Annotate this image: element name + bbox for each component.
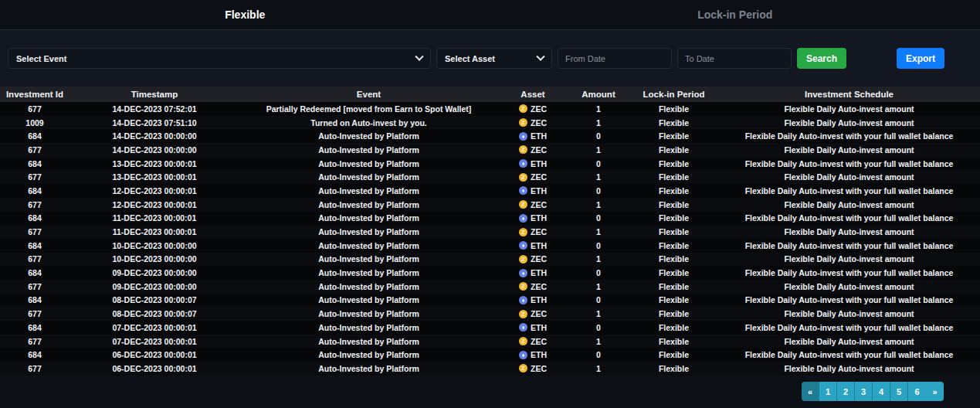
cell-lock-in-period: Flexible: [629, 159, 718, 168]
cell-lock-in-period: Flexible: [629, 227, 718, 236]
cell-amount: 1: [568, 337, 629, 346]
cell-amount: 0: [568, 213, 629, 223]
asset-symbol: ZEC: [531, 200, 547, 209]
cell-timestamp: 07-DEC-2023 00:00:01: [70, 323, 239, 332]
asset-symbol: ETH: [531, 295, 547, 304]
cell-investment-id: 684: [0, 323, 70, 332]
cell-amount: 1: [568, 200, 629, 209]
asset-coin-icon: Z: [519, 104, 527, 113]
pagination-page-button[interactable]: 1: [819, 382, 837, 401]
cell-lock-in-period: Flexible: [629, 309, 718, 318]
cell-lock-in-period: Flexible: [629, 118, 718, 128]
cell-asset: Z ZEC: [498, 145, 568, 155]
cell-investment-schedule: Flexible Daily Auto-invest with your ful…: [718, 295, 980, 304]
cell-timestamp: 07-DEC-2023 00:00:01: [70, 337, 239, 346]
cell-lock-in-period: Flexible: [629, 268, 718, 277]
cell-event: Auto-Invested by Platform: [239, 131, 498, 141]
cell-amount: 1: [568, 118, 629, 128]
from-date-input[interactable]: [558, 48, 672, 69]
cell-investment-id: 684: [0, 159, 70, 168]
col-event: Event: [239, 90, 498, 99]
cell-timestamp: 09-DEC-2023 00:00:00: [70, 282, 239, 291]
cell-amount: 1: [568, 254, 629, 264]
tab-flexible[interactable]: Flexible: [0, 0, 490, 29]
cell-investment-schedule: Flexible Daily Auto-invest with your ful…: [718, 268, 980, 277]
cell-timestamp: 13-DEC-2023 00:00:01: [70, 172, 239, 182]
col-timestamp: Timestamp: [70, 90, 239, 99]
cell-event: Auto-Invested by Platform: [239, 350, 498, 359]
asset-symbol: ETH: [531, 213, 547, 223]
tab-lock-in-period[interactable]: Lock-in Period: [490, 0, 980, 29]
to-date-input[interactable]: [677, 48, 792, 69]
cell-amount: 1: [568, 145, 629, 155]
table-row: 677 10-DEC-2023 00:00:00 Auto-Invested b…: [0, 253, 980, 267]
cell-event: Auto-Invested by Platform: [239, 309, 498, 318]
cell-asset: Z ZEC: [498, 118, 568, 128]
col-lock-in-period: Lock-in Period: [629, 90, 718, 99]
search-button[interactable]: Search: [797, 48, 846, 69]
cell-timestamp: 13-DEC-2023 00:00:01: [70, 159, 239, 168]
investments-table: Investment Id Timestamp Event Asset Amou…: [0, 87, 980, 376]
cell-lock-in-period: Flexible: [629, 104, 718, 114]
table-row: 684 08-DEC-2023 00:00:07 Auto-Invested b…: [0, 294, 980, 308]
cell-investment-id: 677: [0, 337, 70, 346]
asset-coin-icon: Z: [519, 255, 527, 264]
asset-symbol: ETH: [531, 241, 547, 250]
cell-asset: Z ZEC: [498, 282, 568, 291]
asset-coin-icon: Z: [519, 364, 527, 372]
pagination-page-button[interactable]: 3: [855, 382, 873, 401]
cell-investment-schedule: Flexible Daily Auto-invest amount: [718, 172, 980, 182]
asset-coin-icon: ♦: [519, 351, 527, 359]
pagination-page-button[interactable]: 6: [908, 382, 926, 401]
cell-asset: ♦ ETH: [498, 213, 568, 223]
cell-lock-in-period: Flexible: [629, 131, 718, 141]
pagination-page-button[interactable]: 2: [837, 382, 855, 401]
pagination-prev-button[interactable]: «: [802, 382, 819, 401]
export-button[interactable]: Export: [897, 48, 944, 69]
asset-select[interactable]: Select Asset: [436, 48, 552, 69]
cell-timestamp: 11-DEC-2023 00:00:01: [70, 227, 239, 236]
table-row: 684 07-DEC-2023 00:00:01 Auto-Invested b…: [0, 321, 980, 335]
cell-investment-schedule: Flexible Daily Auto-invest with your ful…: [718, 350, 980, 359]
pagination-page-button[interactable]: 5: [890, 382, 908, 401]
cell-event: Turned on Auto-invest by you.: [239, 118, 498, 128]
table-row: 684 14-DEC-2023 00:00:00 Auto-Invested b…: [0, 129, 980, 143]
cell-timestamp: 14-DEC-2023 07:51:10: [70, 118, 239, 128]
asset-symbol: ZEC: [531, 254, 547, 264]
asset-coin-icon: ♦: [519, 296, 527, 304]
table-row: 684 11-DEC-2023 00:00:01 Auto-Invested b…: [0, 212, 980, 226]
asset-symbol: ZEC: [531, 309, 547, 318]
table-body: 677 14-DEC-2023 07:52:01 Partially Redee…: [0, 102, 980, 376]
event-select[interactable]: Select Event: [8, 48, 431, 69]
cell-amount: 1: [568, 364, 629, 373]
cell-lock-in-period: Flexible: [629, 323, 718, 332]
cell-event: Auto-Invested by Platform: [239, 200, 498, 209]
cell-event: Auto-Invested by Platform: [239, 323, 498, 332]
asset-symbol: ETH: [531, 350, 547, 359]
cell-lock-in-period: Flexible: [629, 200, 718, 209]
table-row: 677 06-DEC-2023 00:00:01 Auto-Invested b…: [0, 362, 980, 376]
cell-asset: Z ZEC: [498, 309, 568, 318]
cell-amount: 0: [568, 241, 629, 250]
cell-investment-id: 677: [0, 104, 70, 114]
pagination-page-button[interactable]: 4: [873, 382, 890, 401]
pagination-next-button[interactable]: »: [926, 382, 944, 401]
cell-asset: ♦ ETH: [498, 186, 568, 196]
cell-event: Auto-Invested by Platform: [239, 227, 498, 236]
cell-amount: 0: [568, 268, 629, 277]
table-row: 677 09-DEC-2023 00:00:00 Auto-Invested b…: [0, 280, 980, 294]
table-row: 684 12-DEC-2023 00:00:01 Auto-Invested b…: [0, 184, 980, 198]
cell-asset: ♦ ETH: [498, 350, 568, 359]
cell-event: Partially Redeemed [moved from Earn to S…: [239, 104, 498, 114]
col-investment-schedule: Investment Schedule: [718, 90, 980, 99]
cell-lock-in-period: Flexible: [629, 337, 718, 346]
cell-investment-schedule: Flexible Daily Auto-invest amount: [718, 200, 980, 209]
cell-amount: 1: [568, 227, 629, 236]
cell-investment-schedule: Flexible Daily Auto-invest amount: [718, 282, 980, 291]
cell-event: Auto-Invested by Platform: [239, 186, 498, 196]
cell-lock-in-period: Flexible: [629, 213, 718, 223]
asset-coin-icon: ♦: [519, 186, 527, 195]
cell-investment-schedule: Flexible Daily Auto-invest amount: [718, 104, 980, 114]
cell-lock-in-period: Flexible: [629, 254, 718, 264]
asset-symbol: ZEC: [531, 145, 547, 155]
